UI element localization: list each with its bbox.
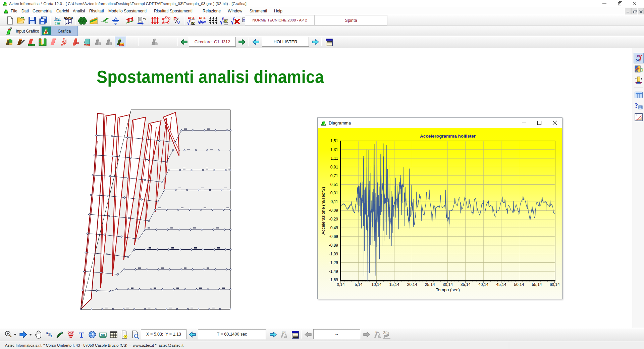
svg-text:1,31: 1,31 — [330, 147, 338, 152]
svg-text:1,51: 1,51 — [330, 139, 338, 143]
svg-text:-1,69: -1,69 — [329, 278, 338, 282]
svg-text:45,14: 45,14 — [496, 282, 506, 287]
svg-text:-0,29: -0,29 — [329, 217, 338, 221]
svg-text:DIN: DIN — [119, 43, 124, 46]
svg-text:30,14: 30,14 — [443, 282, 453, 287]
svg-text:C: C — [51, 334, 53, 338]
svg-text:cm: cm — [55, 21, 60, 25]
svg-text:2: 2 — [223, 18, 224, 20]
svg-text:40,14: 40,14 — [478, 282, 488, 287]
svg-text:T: T — [79, 331, 84, 339]
svg-text:Tempo (sec): Tempo (sec) — [436, 287, 460, 292]
svg-text:0,31: 0,31 — [330, 191, 338, 195]
svg-text:-1,29: -1,29 — [329, 260, 338, 265]
svg-text:Accelerogramma hollister: Accelerogramma hollister — [420, 134, 476, 139]
svg-text:55,14: 55,14 — [532, 282, 542, 287]
svg-text:35,14: 35,14 — [461, 282, 471, 287]
svg-text:10,14: 10,14 — [371, 282, 381, 287]
svg-text:-0,49: -0,49 — [329, 226, 338, 230]
svg-text:inv: inv — [375, 331, 379, 334]
svg-text:kg: kg — [55, 16, 60, 20]
svg-text:-1,49: -1,49 — [329, 269, 338, 274]
svg-text:DPZ: DPZ — [188, 16, 195, 19]
svg-text:Accelerazione (m/sec^2): Accelerazione (m/sec^2) — [321, 187, 326, 235]
svg-text:-1,09: -1,09 — [329, 252, 338, 256]
svg-text:2: 2 — [383, 331, 385, 335]
svg-text:1,11: 1,11 — [331, 156, 338, 161]
svg-text:v: v — [177, 19, 180, 25]
svg-text:0,71: 0,71 — [330, 173, 338, 178]
svg-text:?: ? — [91, 333, 93, 337]
svg-text:?: ? — [635, 102, 638, 109]
svg-text:mod: mod — [84, 43, 90, 46]
svg-text:50,14: 50,14 — [514, 282, 524, 287]
svg-text:UN: UN — [636, 55, 640, 58]
svg-text:15,14: 15,14 — [389, 282, 399, 287]
svg-text:A: A — [46, 331, 48, 335]
svg-text:DPZ: DPZ — [199, 16, 206, 19]
svg-text:NORM: NORM — [64, 16, 73, 19]
svg-text:SD: SD — [101, 333, 105, 337]
svg-text:-0,89: -0,89 — [329, 243, 338, 248]
svg-text:-0,09: -0,09 — [329, 208, 338, 213]
svg-text:20,14: 20,14 — [407, 282, 417, 287]
svg-text:0,51: 0,51 — [330, 182, 338, 187]
svg-text:0,11: 0,11 — [331, 199, 338, 204]
svg-text:0,91: 0,91 — [330, 165, 338, 169]
svg-text:inv: inv — [282, 331, 286, 334]
svg-text:E: E — [636, 114, 637, 116]
svg-text:B: B — [641, 118, 642, 120]
svg-text:D: D — [640, 67, 643, 72]
svg-text:7: 7 — [223, 21, 224, 23]
svg-text:P: P — [173, 16, 177, 21]
svg-text:25,14: 25,14 — [425, 282, 435, 287]
svg-text:-0,69: -0,69 — [329, 234, 338, 239]
svg-text:0,14: 0,14 — [337, 282, 345, 287]
svg-text:+1: +1 — [143, 17, 146, 20]
svg-text:DXF: DXF — [68, 331, 74, 334]
svg-text:5,14: 5,14 — [355, 282, 363, 287]
svg-text:60,14: 60,14 — [550, 282, 560, 287]
